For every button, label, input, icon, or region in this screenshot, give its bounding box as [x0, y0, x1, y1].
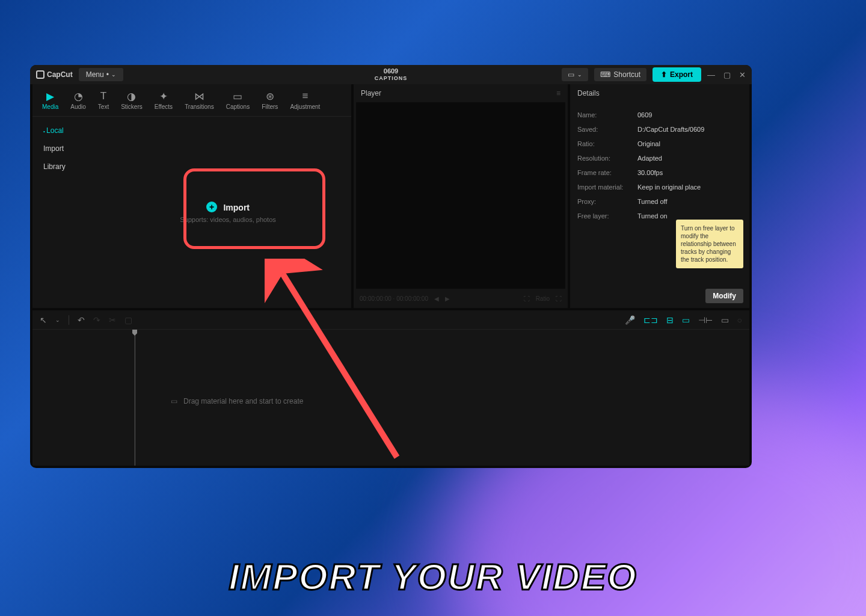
- tab-captions[interactable]: ▭ Captions: [221, 88, 254, 112]
- export-button[interactable]: ⬆ Export: [653, 67, 701, 82]
- tab-label: Audio: [70, 103, 86, 110]
- modify-button[interactable]: Modify: [705, 289, 743, 303]
- minimize-button[interactable]: —: [707, 70, 715, 79]
- align-icon[interactable]: ⊣⊢: [698, 315, 713, 325]
- dot-icon: •: [106, 70, 109, 79]
- play-icon[interactable]: ▶: [445, 295, 450, 302]
- zoom-icon[interactable]: ○: [737, 315, 742, 325]
- player-controls: 00:00:00:00 · 00:00:00:00 ◀ ▶ ⛶ Ratio ⛶: [354, 289, 568, 308]
- crop-icon[interactable]: ⛶: [524, 295, 530, 302]
- details-body: Name: 0609 Saved: D:/CapCut Drafts/0609 …: [570, 103, 749, 308]
- media-sidebar: Local Import Library: [32, 117, 105, 308]
- chevron-down-icon[interactable]: ⌄: [55, 317, 60, 323]
- timeline-panel: ↖ ⌄ ↶ ↷ ✂ ▢ 🎤 ⊏⊐ ⊟ ▭ ⊣⊢ ▭ ○: [32, 310, 749, 466]
- tab-label: Captions: [226, 103, 250, 110]
- tab-transitions[interactable]: ⋈ Transitions: [180, 88, 219, 112]
- filters-icon: ⊛: [266, 90, 274, 102]
- timecode: 00:00:00:00 · 00:00:00:00: [360, 295, 428, 302]
- sidebar-item-local[interactable]: Local: [32, 122, 105, 140]
- detail-value: D:/CapCut Drafts/0609: [637, 126, 742, 133]
- detail-row-resolution: Resolution: Adapted: [577, 151, 742, 165]
- details-header: Details: [570, 84, 749, 103]
- timeline-gutter: [32, 330, 135, 466]
- sidebar-item-import[interactable]: Import: [32, 140, 105, 158]
- tab-effects[interactable]: ✦ Effects: [150, 88, 177, 112]
- tab-audio[interactable]: ◔ Audio: [66, 88, 91, 112]
- detail-row-saved: Saved: D:/CapCut Drafts/0609: [577, 122, 742, 137]
- free-layer-tooltip: Turn on free layer to modify the relatio…: [676, 220, 743, 268]
- timeline-hint: ▭ Drag material here and start to create: [171, 397, 749, 405]
- details-panel: Details Name: 0609 Saved: D:/CapCut Draf…: [570, 84, 749, 308]
- tab-adjustment[interactable]: ≡ Adjustment: [285, 88, 325, 112]
- detail-value: Original: [637, 140, 742, 147]
- sidebar-item-label: Local: [46, 126, 64, 135]
- menu-button[interactable]: Menu • ⌄: [79, 68, 123, 81]
- detail-value: Adapted: [637, 155, 742, 162]
- export-label: Export: [670, 70, 693, 79]
- effects-icon: ✦: [159, 90, 168, 102]
- tab-stickers[interactable]: ◑ Stickers: [116, 88, 147, 112]
- playhead[interactable]: [135, 330, 135, 466]
- window-controls: — ▢ ✕: [707, 70, 746, 79]
- detail-row-proxy: Proxy: Turned off: [577, 194, 742, 209]
- player-header: Player ≡: [354, 84, 568, 102]
- magnet-icon[interactable]: ⊏⊐: [643, 315, 658, 325]
- fullscreen-icon[interactable]: ⛶: [556, 295, 562, 302]
- media-panel: ▶ Media ◔ Audio T Text ◑ Stickers: [32, 84, 351, 308]
- detail-value: Keep in original place: [637, 183, 742, 191]
- hamburger-icon[interactable]: ≡: [556, 89, 560, 97]
- microphone-icon[interactable]: 🎤: [625, 315, 635, 325]
- clip-icon: ▭: [171, 397, 177, 405]
- shortcut-label: Shortcut: [613, 70, 640, 79]
- maximize-button[interactable]: ▢: [723, 70, 731, 79]
- annotation-caption: IMPORT YOUR VIDEO: [229, 555, 637, 598]
- keyboard-icon: ⌨: [600, 70, 610, 79]
- undo-icon[interactable]: ↶: [78, 315, 85, 325]
- detail-value: Turned off: [637, 198, 742, 205]
- cover-icon[interactable]: ▭: [721, 315, 729, 325]
- detail-value: 0609: [637, 111, 742, 119]
- layout-button[interactable]: ▭ ⌄: [562, 68, 588, 81]
- detail-label: Resolution:: [577, 155, 631, 162]
- tab-label: Text: [98, 103, 109, 110]
- project-subtitle: CAPTIONS: [375, 75, 408, 82]
- sidebar-item-label: Library: [43, 162, 66, 171]
- divider: [69, 315, 69, 325]
- delete-icon[interactable]: ▢: [124, 315, 132, 325]
- import-box[interactable]: + Import Supports: videos, audios, photo…: [180, 202, 276, 224]
- timeline-tracks[interactable]: ▭ Drag material here and start to create: [135, 330, 749, 466]
- tab-label: Effects: [155, 103, 173, 110]
- player-title: Player: [361, 89, 381, 97]
- detail-label: Proxy:: [577, 198, 631, 205]
- ratio-button[interactable]: Ratio: [536, 295, 550, 302]
- close-button[interactable]: ✕: [739, 70, 746, 79]
- titlebar: CapCut Menu • ⌄ 0609 CAPTIONS ▭ ⌄ ⌨ Shor…: [30, 65, 752, 84]
- tab-media[interactable]: ▶ Media: [37, 88, 63, 112]
- tab-label: Adjustment: [290, 103, 320, 110]
- stickers-icon: ◑: [127, 90, 136, 102]
- video-preview[interactable]: [356, 102, 565, 289]
- media-drop-area[interactable]: + Import Supports: videos, audios, photo…: [105, 117, 351, 308]
- tab-filters[interactable]: ⊛ Filters: [257, 88, 283, 112]
- timeline-body[interactable]: ▭ Drag material here and start to create: [32, 330, 749, 466]
- preview-icon[interactable]: ▭: [682, 315, 690, 325]
- cursor-icon[interactable]: ↖: [40, 315, 47, 325]
- body-area: ▶ Media ◔ Audio T Text ◑ Stickers: [30, 84, 752, 468]
- split-icon[interactable]: ✂: [109, 315, 116, 325]
- link-icon[interactable]: ⊟: [666, 315, 674, 325]
- captions-icon: ▭: [233, 90, 242, 102]
- audio-icon: ◔: [74, 90, 83, 102]
- detail-label: Saved:: [577, 126, 631, 133]
- detail-label: Frame rate:: [577, 169, 631, 176]
- shortcut-button[interactable]: ⌨ Shortcut: [594, 68, 646, 81]
- redo-icon[interactable]: ↷: [93, 315, 100, 325]
- app-logo: CapCut: [36, 70, 73, 79]
- app-name: CapCut: [47, 70, 73, 79]
- import-hint: Supports: videos, audios, photos: [180, 216, 276, 223]
- prev-frame-icon[interactable]: ◀: [434, 295, 439, 302]
- detail-label: Ratio:: [577, 140, 631, 147]
- tab-label: Transitions: [185, 103, 214, 110]
- sidebar-item-library[interactable]: Library: [32, 158, 105, 176]
- tab-text[interactable]: T Text: [93, 88, 114, 112]
- upper-panels: ▶ Media ◔ Audio T Text ◑ Stickers: [30, 84, 752, 308]
